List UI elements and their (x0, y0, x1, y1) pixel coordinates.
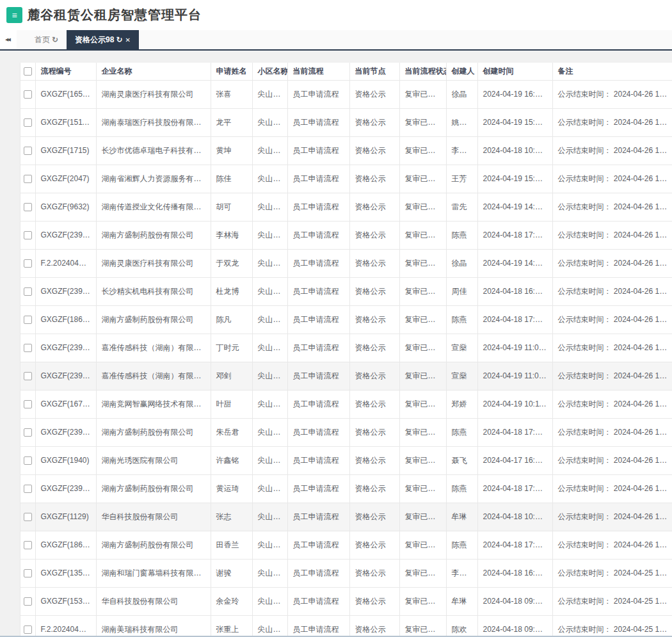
cell-flow-status: 复审已通过 (399, 108, 446, 136)
cell-current-flow: 员工申请流程 (287, 362, 349, 390)
close-icon[interactable]: ✕ (125, 36, 130, 44)
cell-applicant: 张喜 (211, 80, 252, 108)
tab-home[interactable]: 首页↻ (26, 30, 67, 49)
row-checkbox[interactable] (24, 147, 32, 155)
row-checkbox[interactable] (24, 428, 32, 437)
row-checkbox-cell (20, 559, 35, 587)
cell-community: 尖山印象 (252, 136, 287, 165)
cell-created-time: 2024-04-18 17:23:01 (477, 474, 552, 503)
row-checkbox[interactable] (24, 513, 32, 521)
cell-company: 湖南方盛制药股份有限公司 (96, 531, 211, 559)
cell-creator: 牟琳 (446, 503, 477, 531)
cell-remark: 公示结束时间： 2024-04-26 14:20:40 (552, 503, 672, 531)
table-row: GXGZF(23980)长沙精实机电科技有限公司杜龙博尖山印象员工申请流程资格公… (20, 277, 672, 305)
cell-applicant: 陈佳 (211, 165, 252, 193)
select-all-checkbox[interactable] (24, 67, 32, 76)
column-header: 备注 (552, 63, 672, 80)
cell-flow-status: 复审已通过 (399, 503, 446, 531)
cell-flow-status: 复审已通过 (399, 559, 446, 587)
tab-qualification-publicity[interactable]: 资格公示98↻✕ (67, 30, 139, 49)
cell-applicant: 丁时元 (211, 334, 252, 362)
cell-current-node: 资格公示 (349, 474, 399, 503)
cell-process-id: GXGZF(9632) (35, 193, 96, 221)
cell-community: 尖山印象 (252, 503, 287, 531)
table-row: F.2.202404191...湖南灵康医疗科技有限公司于双龙尖山印象员工申请流… (20, 249, 672, 277)
table-row: GXGZF(23991)嘉准传感科技（湖南）有限公司邓剑尖山印象员工申请流程资格… (20, 362, 672, 390)
table-row: GXGZF(1129)华自科技股份有限公司张志尖山印象员工申请流程资格公示复审已… (20, 503, 672, 531)
refresh-icon[interactable]: ↻ (116, 35, 122, 44)
refresh-icon[interactable]: ↻ (52, 35, 58, 44)
sidebar-toggle-button[interactable]: ≡ (6, 7, 22, 23)
row-checkbox[interactable] (24, 203, 32, 211)
cell-company: 湖南光琇医院有限公司 (96, 446, 211, 474)
row-checkbox[interactable] (24, 372, 32, 380)
cell-flow-status: 复审已通过 (399, 136, 446, 165)
cell-company: 湖南竞网智赢网络技术有限公司 (96, 390, 211, 418)
cell-flow-status: 复审已通过 (399, 277, 446, 305)
cell-creator: 陈燕 (446, 418, 477, 446)
cell-applicant: 龙平 (211, 108, 252, 136)
row-checkbox[interactable] (24, 400, 32, 408)
row-checkbox[interactable] (24, 569, 32, 577)
row-checkbox[interactable] (24, 344, 32, 352)
cell-community: 尖山印象 (252, 587, 287, 615)
app-header: ≡ 麓谷租赁公租房智慧管理平台 (0, 0, 672, 30)
cell-current-flow: 员工申请流程 (287, 474, 349, 503)
cell-process-id: GXGZF(1129) (35, 503, 96, 531)
cell-created-time: 2024-04-18 16:35:29 (477, 559, 552, 587)
cell-community: 尖山印象 (252, 531, 287, 559)
cell-applicant: 谢骏 (211, 559, 252, 587)
cell-process-id: GXGZF(18698) (35, 305, 96, 334)
cell-creator: 宣燊 (446, 362, 477, 390)
cell-community: 尖山印象 (252, 80, 287, 108)
main-content: 流程编号企业名称申请姓名小区名称当前流程当前节点当前流程状态创建人创建时间备注 … (0, 51, 672, 637)
cell-company: 湖南泰瑞医疗科技股份有限公司 (96, 108, 211, 136)
row-checkbox-cell (20, 80, 35, 108)
cell-company: 华自科技股份有限公司 (96, 503, 211, 531)
hamburger-icon: ≡ (12, 11, 17, 20)
cell-created-time: 2024-04-19 15:01:01 (477, 108, 552, 136)
row-checkbox[interactable] (24, 175, 32, 183)
cell-current-flow: 员工申请流程 (287, 136, 349, 165)
cell-process-id: GXGZF(15110) (35, 108, 96, 136)
cell-flow-status: 复审已通过 (399, 80, 446, 108)
row-checkbox-cell (20, 362, 35, 390)
row-checkbox[interactable] (24, 90, 32, 99)
cell-created-time: 2024-04-19 14:00:17 (477, 249, 552, 277)
cell-remark: 公示结束时间： 2024-04-26 16:38:55 (552, 165, 672, 193)
cell-applicant: 李林海 (211, 221, 252, 249)
cell-created-time: 2024-04-19 10:11:50 (477, 390, 552, 418)
cell-company: 湖南灵康医疗科技有限公司 (96, 249, 211, 277)
cell-remark: 公示结束时间： 2024-04-26 14:23:24 (552, 249, 672, 277)
cell-applicant: 许鑫铭 (211, 446, 252, 474)
row-checkbox[interactable] (24, 625, 32, 634)
tab-list: 首页↻资格公示98↻✕ (26, 30, 139, 49)
tab-label: 资格公示98 (75, 35, 114, 45)
cell-current-node: 资格公示 (349, 503, 399, 531)
table-row: GXGZF(23981)湖南方盛制药股份有限公司黄运琦尖山印象员工申请流程资格公… (20, 474, 672, 503)
row-checkbox[interactable] (24, 316, 32, 324)
row-checkbox[interactable] (24, 541, 32, 549)
cell-current-node: 资格公示 (349, 249, 399, 277)
tabs-collapse-button[interactable]: ◀◀ (0, 30, 17, 49)
cell-process-id: GXGZF(23984) (35, 334, 96, 362)
row-checkbox[interactable] (24, 456, 32, 465)
cell-remark: 公示结束时间： 2024-04-25 16:49:32 (552, 587, 672, 615)
cell-process-id: F.2.202404191... (35, 249, 96, 277)
cell-company: 嘉准传感科技（湖南）有限公司 (96, 362, 211, 390)
cell-community: 尖山印象 (252, 193, 287, 221)
cell-company: 湖南美瑞科技有限公司 (96, 615, 211, 637)
row-checkbox[interactable] (24, 287, 32, 296)
row-checkbox[interactable] (24, 231, 32, 239)
row-checkbox[interactable] (24, 485, 32, 493)
cell-current-node: 资格公示 (349, 277, 399, 305)
cell-process-id: F.2.202404180... (35, 615, 96, 637)
cell-creator: 王芳 (446, 165, 477, 193)
row-checkbox[interactable] (24, 118, 32, 127)
cell-current-flow: 员工申请流程 (287, 531, 349, 559)
row-checkbox[interactable] (24, 259, 32, 268)
cell-flow-status: 复审已通过 (399, 305, 446, 334)
cell-flow-status: 复审已通过 (399, 474, 446, 503)
cell-company: 湖南方盛制药股份有限公司 (96, 221, 211, 249)
row-checkbox[interactable] (24, 597, 32, 606)
